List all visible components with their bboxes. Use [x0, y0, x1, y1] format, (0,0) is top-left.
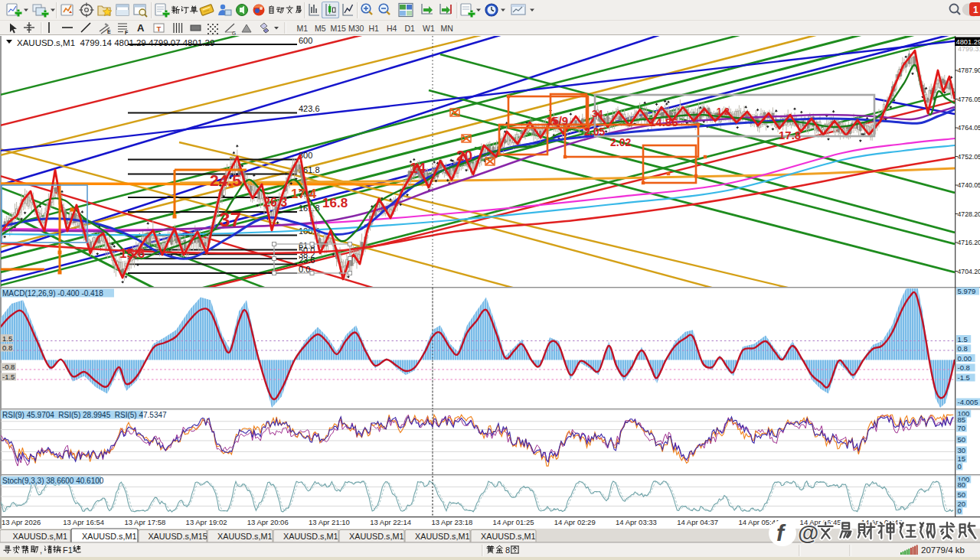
svg-text:0.8: 0.8	[958, 344, 968, 353]
svg-text:-1.5: -1.5	[958, 373, 970, 382]
svg-text:0: 0	[958, 462, 962, 470]
svg-text:20779/4 kb: 20779/4 kb	[921, 545, 965, 555]
svg-text:0.8: 0.8	[2, 343, 12, 352]
svg-text:20: 20	[456, 148, 472, 164]
svg-text:1.5: 1.5	[2, 334, 12, 343]
svg-text:4740.05: 4740.05	[958, 181, 980, 189]
svg-text:XAUUSD.s,M1: XAUUSD.s,M1	[481, 532, 535, 541]
svg-text:15.6: 15.6	[119, 246, 145, 261]
svg-text:-0.8: -0.8	[958, 363, 970, 372]
svg-text:85: 85	[958, 415, 966, 424]
svg-text:Stoch(9,3,3) 38.6600 40.6100: Stoch(9,3,3) 38.6600 40.6100	[2, 477, 104, 485]
svg-text:XAUUSD.s,M1: XAUUSD.s,M1	[283, 532, 338, 541]
svg-text:4716.20: 4716.20	[958, 239, 980, 246]
svg-text:34: 34	[592, 108, 603, 119]
svg-text:13 Apr 20:06: 13 Apr 20:06	[247, 518, 289, 526]
svg-text:13 Apr 2026: 13 Apr 2026	[2, 518, 41, 526]
svg-text:23.6: 23.6	[299, 256, 315, 265]
svg-text:4752.05: 4752.05	[958, 153, 980, 161]
svg-text:8: 8	[505, 545, 510, 555]
svg-text:XAUUSD.s,M15: XAUUSD.s,M15	[148, 532, 207, 541]
svg-text:4801.29: 4801.29	[956, 38, 980, 46]
svg-text:2.05: 2.05	[584, 125, 605, 138]
svg-text:XAUUSD.s,M1: XAUUSD.s,M1	[13, 532, 67, 541]
svg-text:4776.05: 4776.05	[958, 96, 980, 103]
svg-text:4704.20: 4704.20	[958, 268, 980, 275]
svg-text:70: 70	[958, 424, 966, 432]
svg-text:0: 0	[958, 506, 962, 515]
svg-text:XAUUSD.s,M1 4799.14 4801.29 4: XAUUSD.s,M1 4799.14 4801.29 4799.07 4801…	[17, 38, 214, 47]
svg-text:4764.05: 4764.05	[958, 124, 980, 132]
svg-text:0.00: 0.00	[958, 354, 972, 363]
svg-text:1.2: 1.2	[717, 106, 730, 117]
svg-text:13 Apr 19:02: 13 Apr 19:02	[186, 518, 227, 526]
svg-text:XAUUSD.s,M1: XAUUSD.s,M1	[349, 532, 403, 541]
svg-text:14 Apr 01:25: 14 Apr 01:25	[493, 518, 534, 526]
svg-text:13 Apr 22:14: 13 Apr 22:14	[370, 518, 411, 526]
svg-text:,: ,	[40, 545, 42, 555]
svg-text:-4.005: -4.005	[958, 398, 978, 406]
svg-text:5.979: 5.979	[958, 287, 976, 295]
svg-text:37: 37	[219, 208, 241, 231]
svg-text:423.6: 423.6	[299, 104, 320, 113]
svg-text:XAUUSD.s,M1: XAUUSD.s,M1	[217, 532, 272, 541]
svg-text:13 Apr 16:54: 13 Apr 16:54	[63, 518, 104, 526]
svg-text:-1.5: -1.5	[2, 373, 15, 381]
svg-text:14.86: 14.86	[649, 116, 678, 129]
svg-text:MACD(12,26,9) -0.400 -0.418: MACD(12,26,9) -0.400 -0.418	[2, 289, 103, 298]
svg-text:13 Apr 17:58: 13 Apr 17:58	[124, 518, 165, 526]
svg-text:RSI(9) 45.9704 RSI(5) 28.9945: RSI(9) 45.9704 RSI(5) 28.9945 RSI(5) 47.…	[2, 411, 167, 419]
svg-text:@: @	[798, 521, 818, 545]
svg-text:14 Apr 04:37: 14 Apr 04:37	[677, 518, 718, 526]
svg-text:4799.31: 4799.31	[958, 45, 980, 53]
svg-text:-0.8: -0.8	[2, 363, 15, 371]
svg-text:26.3: 26.3	[263, 196, 287, 209]
svg-text:14: 14	[410, 160, 426, 176]
svg-text:17.8: 17.8	[779, 129, 801, 142]
svg-text:4728.20: 4728.20	[958, 210, 980, 218]
svg-text:13 Apr 21:10: 13 Apr 21:10	[309, 518, 350, 526]
svg-text:600: 600	[299, 36, 312, 45]
svg-text:2.02: 2.02	[610, 136, 631, 148]
svg-text:17.4: 17.4	[291, 187, 317, 201]
svg-text:50: 50	[958, 490, 966, 499]
svg-text:14 Apr 02:29: 14 Apr 02:29	[554, 518, 596, 526]
svg-text:1.5: 1.5	[958, 335, 968, 343]
svg-text:16.8: 16.8	[322, 196, 348, 210]
svg-text:50: 50	[958, 435, 966, 444]
svg-text:14 Apr 03:33: 14 Apr 03:33	[616, 518, 657, 526]
svg-text:15/9: 15/9	[546, 114, 568, 127]
svg-text:0.0: 0.0	[299, 265, 310, 274]
svg-text:XAUUSD.s,M1: XAUUSD.s,M1	[82, 532, 136, 541]
svg-text:13 Apr 23:18: 13 Apr 23:18	[431, 518, 472, 526]
svg-text:4787.90: 4787.90	[958, 67, 980, 74]
svg-text:80: 80	[958, 480, 966, 489]
svg-text:24.5: 24.5	[210, 171, 241, 189]
svg-text:30: 30	[958, 446, 966, 454]
svg-text:XAUUSD.s,M1: XAUUSD.s,M1	[415, 532, 469, 541]
svg-text:F1: F1	[63, 545, 73, 555]
